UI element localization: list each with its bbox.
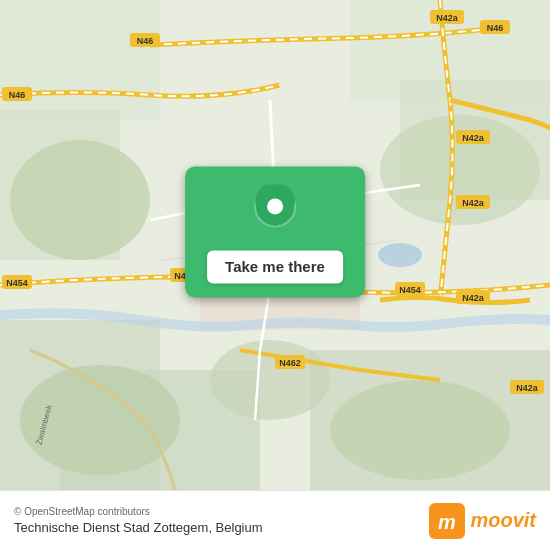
moovit-text: moovit (470, 509, 536, 532)
moovit-icon: m (429, 503, 465, 539)
svg-text:N462: N462 (279, 358, 301, 368)
svg-text:N42a: N42a (462, 198, 485, 208)
svg-text:N42a: N42a (462, 293, 485, 303)
svg-text:N46: N46 (487, 23, 504, 33)
osm-credit: © OpenStreetMap contributors (14, 506, 263, 517)
location-pin-icon (251, 184, 299, 240)
svg-text:N454: N454 (6, 278, 28, 288)
moovit-logo: m moovit (429, 503, 536, 539)
svg-point-11 (330, 380, 510, 480)
svg-point-12 (210, 340, 330, 420)
svg-text:N42a: N42a (436, 13, 459, 23)
bottom-bar: © OpenStreetMap contributors Technische … (0, 490, 550, 550)
map-view: N46 N46 N46 N42a N42a N42a N42a N454 N45… (0, 0, 550, 490)
svg-point-43 (267, 198, 283, 214)
svg-text:N46: N46 (9, 90, 26, 100)
svg-point-14 (378, 243, 422, 267)
svg-text:N42a: N42a (516, 383, 539, 393)
location-name: Technische Dienst Stad Zottegem, Belgium (14, 520, 263, 535)
popup-overlay: Take me there (185, 166, 365, 297)
bottom-left: © OpenStreetMap contributors Technische … (14, 506, 263, 535)
green-box: Take me there (185, 166, 365, 297)
svg-point-8 (10, 140, 150, 260)
svg-text:N46: N46 (137, 36, 154, 46)
svg-text:m: m (439, 511, 457, 533)
svg-text:N42a: N42a (462, 133, 485, 143)
svg-rect-1 (0, 0, 160, 120)
take-me-there-button[interactable]: Take me there (207, 250, 343, 283)
svg-text:N454: N454 (399, 285, 421, 295)
